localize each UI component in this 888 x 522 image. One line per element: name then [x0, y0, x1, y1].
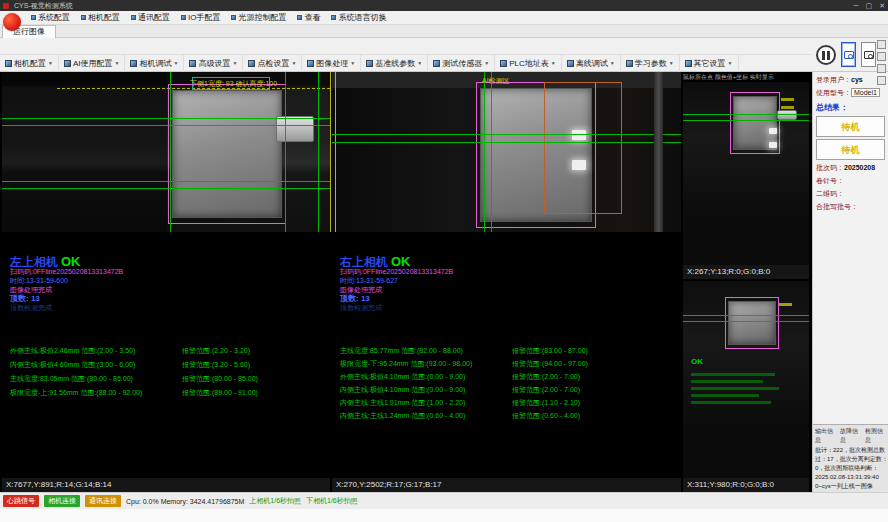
led-highlight [572, 130, 586, 140]
tool-icon [5, 60, 12, 67]
menu-language-switch[interactable]: 系统语言切换 [326, 11, 391, 25]
side-tool-icon-4[interactable] [877, 76, 886, 85]
tool-spot-check[interactable]: 点检设置▼ [243, 54, 302, 72]
led-highlight [769, 142, 777, 148]
menu-comm-config[interactable]: 通讯配置 [126, 11, 175, 25]
total-result-label: 总结果： [813, 98, 888, 114]
roi-box-magenta [725, 297, 779, 349]
menu-label: 相机配置 [88, 12, 120, 23]
camera-thumb-bottom[interactable]: OK [683, 281, 809, 478]
stats-tab-output[interactable]: 输出信息 [815, 427, 836, 445]
machine-rail [654, 72, 663, 232]
menu-system-config[interactable]: 系统配置 [26, 11, 75, 25]
camera-icon [844, 51, 854, 59]
measure-line-green-vertical [285, 72, 286, 232]
menu-icon [31, 15, 36, 20]
scene-shadow [2, 72, 167, 232]
menu-label: 查看 [304, 12, 320, 23]
model-value[interactable]: Model1 [851, 88, 880, 97]
tool-icon [366, 60, 373, 67]
roi-line-yellow-vertical [335, 72, 336, 232]
camera-right-image[interactable]: AI检测区 [332, 72, 681, 232]
heartbeat-indicator: 心跳信号 [3, 495, 39, 507]
menu-light-control-config[interactable]: 光源控制配置 [226, 11, 291, 25]
tool-label: 点检设置 [257, 58, 289, 69]
chevron-down-icon: ▼ [48, 60, 53, 66]
chevron-down-icon: ▼ [669, 60, 674, 66]
stats-panel: 输出信息 故障信息 检测信息 批计：222，批次检测总数： 过：17，批次分离判… [813, 424, 888, 492]
tool-other-settings[interactable]: 其它设置▼ [680, 54, 739, 72]
camera-thumb-top[interactable] [683, 82, 809, 265]
tool-baseline-params[interactable]: 基准线参数▼ [361, 54, 428, 72]
alarm-range-text: 报警范围:(83.00 - 87.00) [512, 346, 588, 356]
side-tool-icon-1[interactable] [877, 40, 886, 49]
thumb-bottom-image[interactable]: OK [683, 281, 809, 478]
camera-view-button-2[interactable] [861, 42, 876, 67]
yellow-marker [779, 303, 792, 306]
tool-label: 相机调试 [139, 58, 171, 69]
tiny-text-line [691, 380, 763, 383]
measure-line-green [332, 134, 681, 135]
thumb-top-image[interactable] [683, 82, 809, 265]
maximize-button[interactable]: ▢ [866, 0, 873, 11]
status-ok: OK [691, 357, 703, 366]
yellow-marker [781, 98, 794, 101]
merge-batch-label: 合批写批号： [813, 199, 888, 212]
camera-view-left-top[interactable]: 下侧1宽度: 93 确认高度:100 左上相机OK 扫码码:0FFline202… [2, 72, 330, 478]
window-controls: ─ ▢ ✕ [854, 0, 885, 11]
menu-camera-config[interactable]: 相机配置 [76, 11, 125, 25]
tool-camera-debug[interactable]: 相机调试▼ [125, 54, 184, 72]
bottom-camera-status: 下相机1/6秒拍照 [306, 496, 358, 506]
gripper-part [777, 110, 797, 120]
result-display-2: 待机 [816, 139, 885, 160]
side-tool-icon-2[interactable] [877, 52, 886, 61]
side-tool-icon-3[interactable] [877, 64, 886, 73]
tool-test-sensor[interactable]: 测试传感器▼ [428, 54, 495, 72]
measurement-row: 内侧主线:极值4.10mm 范围:(0.00 - 9.00)报警范围:(2.00… [340, 383, 679, 396]
tool-icon [567, 60, 574, 67]
app-icon [3, 3, 9, 9]
stats-tab-detect[interactable]: 检测信息 [865, 427, 886, 445]
measurement-row: 极限宽度-下:95.24mm 范围:(93.00 - 98.00)报警范围:(9… [340, 357, 679, 370]
roi-annotation: AI检测区 [482, 76, 510, 86]
chevron-down-icon: ▼ [484, 60, 489, 66]
winding-pin-label: 卷针号： [813, 173, 888, 186]
tool-camera-config[interactable]: 相机配置▼ [0, 54, 59, 72]
tool-label: PLC地址表 [509, 58, 549, 69]
cpu-memory-readout: Cpu: 0.0% Memory: 3424.41796875M [126, 498, 244, 505]
qr-code-label: 二维码： [813, 186, 888, 199]
menu-io-config[interactable]: IO手配置 [176, 11, 225, 25]
measurement-row: 内侧主线:主线1.91mm 范围:(1.00 - 2.20)报警范围:(1.10… [340, 396, 679, 409]
app-window: CYS-视觉检测系统 ─ ▢ ✕ 系统配置 相机配置 通讯配置 IO手配置 光源… [0, 0, 888, 522]
detail-text: 顶数检测完成 [10, 303, 123, 313]
camera-link-indicator: 相机连接 [44, 495, 80, 507]
result-display-1: 待机 [816, 116, 885, 137]
titlebar: CYS-视觉检测系统 ─ ▢ ✕ [0, 0, 888, 11]
tool-icon [433, 60, 440, 67]
tool-offline-debug[interactable]: 离线调试▼ [562, 54, 621, 72]
menu-label: 通讯配置 [138, 12, 170, 23]
tool-image-processing[interactable]: 图像处理▼ [302, 54, 361, 72]
tool-advanced-settings[interactable]: 高级设置▼ [184, 54, 243, 72]
camera-left-image[interactable]: 下侧1宽度: 93 确认高度:100 [2, 72, 330, 232]
measure-line-green-vertical [484, 72, 485, 232]
tool-plc-address-table[interactable]: PLC地址表▼ [495, 54, 562, 72]
tiny-text-line [691, 401, 771, 404]
model-row: 使用型号：Model1 [813, 85, 888, 98]
stats-tab-fault[interactable]: 故障信息 [840, 427, 861, 445]
window-title: CYS-视觉检测系统 [14, 2, 73, 9]
alarm-range-text: 报警范围:(80.00 - 85.00) [182, 374, 258, 384]
camera-view-right-top[interactable]: AI检测区 右上相机OK 扫码码:0FFline2025020813313472… [332, 72, 681, 478]
tool-learning-params[interactable]: 学习参数▼ [621, 54, 680, 72]
pause-button[interactable] [816, 45, 836, 65]
menu-view[interactable]: 查看 [292, 11, 325, 25]
measure-line-green [2, 118, 330, 119]
camera-view-button-1[interactable] [841, 42, 856, 67]
camera-result-title: 左上相机OK [10, 252, 123, 267]
menu-icon [81, 15, 86, 20]
close-button[interactable]: ✕ [879, 0, 885, 11]
tool-ai-config[interactable]: AI使用配置▼ [59, 54, 126, 72]
chevron-down-icon: ▼ [728, 60, 733, 66]
measure-line-green [332, 142, 681, 143]
minimize-button[interactable]: ─ [854, 0, 859, 11]
